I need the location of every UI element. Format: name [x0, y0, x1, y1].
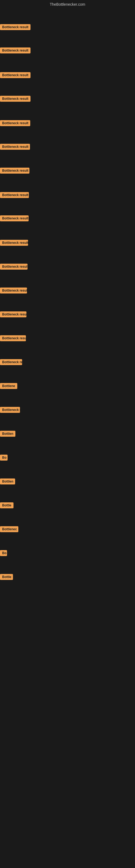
bottleneck-badge: Bottleneck result	[0, 24, 31, 30]
bottleneck-badge-item: Bottleneck result	[0, 287, 27, 294]
bottleneck-badge: Bottlene	[0, 383, 17, 389]
bottleneck-badge-item: Bottleneck result	[0, 192, 29, 199]
bottleneck-badge-item: Bottlene	[0, 383, 17, 390]
bottleneck-badge: Bottleneck result	[0, 144, 30, 150]
bottleneck-badge: Bottlen	[0, 431, 15, 437]
bottleneck-badge-item: Bottleneck r	[0, 407, 20, 414]
bottleneck-badge: Bottle	[0, 574, 13, 580]
bottleneck-badge-item: Bottle	[0, 574, 13, 581]
bottleneck-badge-item: Bottleneck result	[0, 96, 31, 103]
bottleneck-badge: Bottleneck r	[0, 407, 20, 413]
bottleneck-badge: Bottleneck result	[0, 240, 28, 246]
bottleneck-badge: Bottleneck result	[0, 167, 30, 174]
bottleneck-badge: Bottleneck result	[0, 264, 28, 270]
bottleneck-badge-item: Bottleneck result	[0, 72, 31, 79]
bottleneck-badge-item: Bottleneck result	[0, 264, 28, 271]
bottleneck-badge-item: Bo	[0, 455, 8, 462]
bottleneck-badge: Bottlenec	[0, 526, 18, 532]
bottleneck-badge: Bo	[0, 455, 8, 461]
bottleneck-badge: Bottleneck result	[0, 287, 27, 293]
bottleneck-badge-item: Bo	[0, 550, 7, 557]
bottleneck-badge: Bottleneck result	[0, 96, 31, 102]
bottleneck-badge: Bottleneck result	[0, 335, 26, 341]
bottleneck-badge: Bottle	[0, 502, 13, 508]
bottleneck-badge-item: Bottle	[0, 502, 13, 509]
bottleneck-badge: Bottleneck result	[0, 120, 30, 126]
bottleneck-badge-item: Bottleneck result	[0, 240, 28, 247]
bottleneck-badge-item: Bottleneck result	[0, 311, 27, 318]
bottleneck-badge: Bottleneck re	[0, 359, 22, 365]
bottleneck-badge-item: Bottleneck result	[0, 335, 26, 342]
site-title: TheBottlenecker.com	[0, 0, 135, 9]
bottleneck-badge-item: Bottleneck re	[0, 359, 22, 366]
bottleneck-badge: Bottleneck result	[0, 72, 31, 78]
bottleneck-badge-item: Bottlenec	[0, 526, 18, 533]
bottleneck-badge-item: Bottlen	[0, 478, 15, 486]
bottleneck-badge-item: Bottleneck result	[0, 48, 31, 55]
bottleneck-badge-item: Bottleneck result	[0, 144, 30, 151]
bottleneck-badge: Bottleneck result	[0, 311, 27, 317]
bottleneck-badge: Bottlen	[0, 478, 15, 485]
bottleneck-badge: Bottleneck result	[0, 215, 29, 221]
bottleneck-badge-item: Bottleneck result	[0, 24, 31, 31]
bottleneck-badge-item: Bottleneck result	[0, 120, 30, 127]
bottleneck-badge: Bo	[0, 550, 7, 556]
bottleneck-badge-item: Bottlen	[0, 431, 15, 438]
bottleneck-badge: Bottleneck result	[0, 48, 31, 54]
bottleneck-badge-item: Bottleneck result	[0, 167, 30, 175]
bottleneck-badge: Bottleneck result	[0, 192, 29, 198]
bottleneck-badge-item: Bottleneck result	[0, 215, 29, 222]
